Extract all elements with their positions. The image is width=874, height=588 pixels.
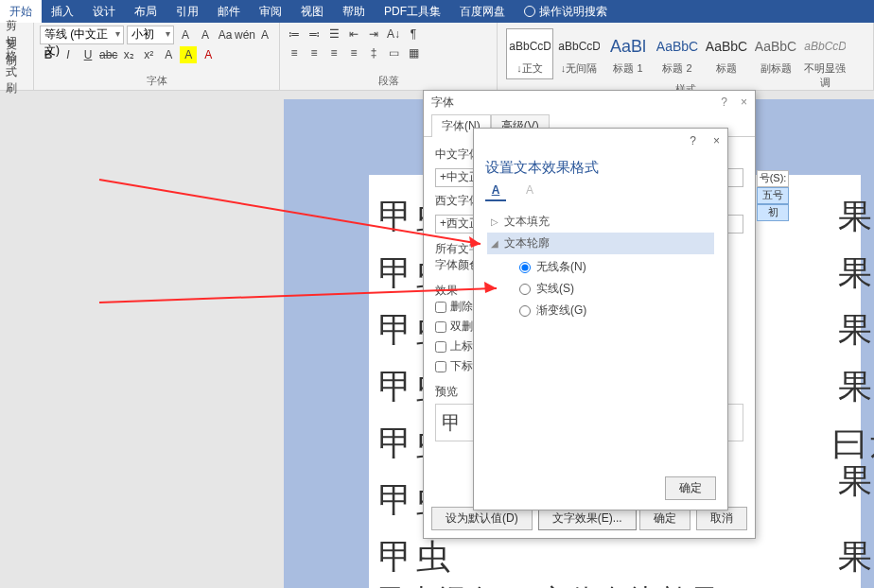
line-spacing-button[interactable]: ‡ [365,44,382,61]
phonetic-guide-button[interactable]: wén [236,26,253,43]
doc-line: 甲由词条 一定体白边効里 [378,581,722,588]
indent-inc-button[interactable]: ⇥ [365,26,382,43]
size-opt[interactable]: 初 [757,204,789,221]
style-title[interactable]: AaBbC标题 [703,28,750,79]
text-fill-outline-icon[interactable]: A [485,181,506,201]
style-name: ↓正文 [509,61,551,76]
style-nospacing[interactable]: AaBbCcDd↓无间隔 [555,28,603,79]
bulb-icon [524,6,535,17]
change-case-button[interactable]: Aa [217,26,234,43]
grow-font-button[interactable]: A [177,26,194,43]
style-normal[interactable]: AaBbCcDd↓正文 [506,28,553,79]
subscript-button[interactable]: x₂ [120,46,137,63]
format-painter-button[interactable]: 格式刷 [6,63,27,80]
group-clipboard: 剪切 复制 格式刷 [0,23,34,90]
font-color-button[interactable]: A [200,46,217,63]
chevron-down-icon: ◢ [491,238,498,249]
style-name: ↓无间隔 [558,61,600,76]
tab-mailings[interactable]: 邮件 [208,0,250,23]
style-sample: AaBbC [755,31,796,61]
font-size-select[interactable]: 小初 [127,26,174,44]
help-icon[interactable]: ? [690,134,696,147]
tree-text-fill[interactable]: ▷文本填充 [487,211,714,233]
radio-label: 实线(S) [536,281,574,297]
doc-line-end: 果↩ [838,251,874,297]
tab-view[interactable]: 视图 [291,0,333,23]
size-opt[interactable]: 五号 [757,187,789,204]
doc-line: 甲虫 [378,534,454,580]
tree-label: 文本填充 [504,214,550,230]
radio-solid-line[interactable]: 实线(S) [519,278,714,300]
font-dialog-titlebar[interactable]: 字体 ?× [424,91,755,113]
tab-baidu-disk[interactable]: 百度网盘 [450,0,515,23]
highlight-button[interactable]: A [180,46,197,63]
doc-line-end: 果↩ [838,364,874,410]
style-sample: AaBbCcDd [509,31,551,61]
align-left-button[interactable]: ≡ [286,44,303,61]
close-icon[interactable]: × [713,134,720,147]
align-right-button[interactable]: ≡ [325,44,342,61]
align-center-button[interactable]: ≡ [306,44,323,61]
justify-button[interactable]: ≡ [345,44,362,61]
chevron-right-icon: ▷ [491,216,498,227]
radio-label: 渐变线(G) [536,303,586,319]
style-sample: AaBbCcDd [558,31,600,61]
tab-design[interactable]: 设计 [83,0,125,23]
style-sample: AaBl [607,31,649,61]
shading-button[interactable]: ▭ [385,44,402,61]
group-paragraph: ≔ ≕ ☰ ⇤ ⇥ A↓ ¶ ≡ ≡ ≡ ≡ ‡ ▭ ▦ 段落 [280,23,498,90]
tab-review[interactable]: 审阅 [250,0,291,23]
ribbon-tab-bar: 开始 插入 设计 布局 引用 邮件 审阅 视图 帮助 PDF工具集 百度网盘 操… [0,0,874,23]
style-name: 标题 [706,61,747,76]
font-family-select[interactable]: 等线 (中文正文) [40,26,124,44]
doc-line-end: 果↩ [838,458,874,505]
show-marks-button[interactable]: ¶ [405,26,422,43]
style-heading2[interactable]: AaBbC标题 2 [654,28,701,79]
tab-layout[interactable]: 布局 [125,0,166,23]
radio-gradient-line[interactable]: 渐变线(G) [519,300,714,321]
numbering-button[interactable]: ≕ [306,26,323,43]
indent-dec-button[interactable]: ⇤ [345,26,362,43]
letter-a-icon: A [492,183,500,197]
group-paragraph-label: 段落 [286,74,491,88]
italic-button[interactable]: I [60,46,77,63]
style-name: 标题 1 [607,61,649,76]
underline-button[interactable]: U [79,46,96,63]
text-effect-button[interactable]: A [160,46,177,63]
clear-format-button[interactable]: A [256,26,273,43]
tab-references[interactable]: 引用 [166,0,208,23]
style-sample: AaBbC [656,31,698,61]
sort-button[interactable]: A↓ [385,26,402,43]
close-icon[interactable]: × [741,95,747,109]
size-combo-overflow: 号(S): 五号 初 [757,170,789,221]
style-heading1[interactable]: AaBl标题 1 [604,28,652,79]
style-subtle-emphasis[interactable]: AaBbCcDd不明显强调 [801,28,848,79]
doc-line-end: 果↩ [838,534,874,580]
radio-label: 无线条(N) [536,259,586,275]
shrink-font-button[interactable]: A [197,26,214,43]
multilevel-button[interactable]: ☰ [325,26,342,43]
tab-insert[interactable]: 插入 [42,0,83,23]
text-effects-icon[interactable]: A [519,181,540,201]
letter-a-outline-icon: A [526,183,533,197]
borders-button[interactable]: ▦ [405,44,422,61]
tab-pdf-tools[interactable]: PDF工具集 [375,0,450,23]
style-name: 副标题 [755,61,796,76]
font-dialog-title: 字体 [431,95,454,111]
bullets-button[interactable]: ≔ [286,26,303,43]
radio-no-line[interactable]: 无线条(N) [519,256,714,278]
help-icon[interactable]: ? [721,95,727,109]
tab-help[interactable]: 帮助 [333,0,375,23]
styles-gallery[interactable]: AaBbCcDd↓正文 AaBbCcDd↓无间隔 AaBl标题 1 AaBbC标… [503,26,867,82]
ok-button[interactable]: 确定 [665,476,716,500]
effect-dialog-title: 设置文本效果格式 [474,153,727,181]
size-opt[interactable]: 号(S): [757,170,789,187]
style-subtitle[interactable]: AaBbC副标题 [752,28,799,79]
tree-text-outline[interactable]: ◢文本轮廓 [487,233,714,254]
doc-line-end: 果↩ [838,194,874,240]
tell-me[interactable]: 操作说明搜索 [524,4,607,20]
superscript-button[interactable]: x² [140,46,157,63]
tell-me-label: 操作说明搜索 [539,4,607,20]
strike-button[interactable]: abc [99,46,117,63]
effect-dialog-titlebar[interactable]: ? × [474,129,727,153]
